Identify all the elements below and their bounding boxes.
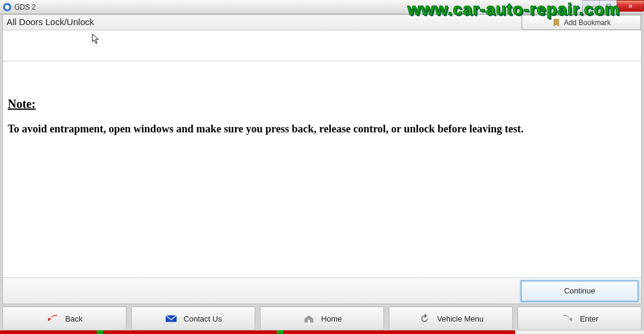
vehicle-menu-label: Vehicle Menu [437,314,484,323]
back-button[interactable]: Back [2,307,126,330]
window-title: GDS 2 [14,3,36,11]
continue-row: Continue [3,277,641,304]
home-icon [302,313,315,324]
continue-button[interactable]: Continue [521,280,639,302]
maximize-button[interactable]: ☐ [599,0,617,12]
window-controls: — ☐ ✕ [583,0,644,12]
mail-icon [165,313,178,324]
spacer-strip [3,30,641,61]
add-bookmark-button[interactable]: Add Bookmark [522,15,641,30]
add-bookmark-label: Add Bookmark [564,18,611,27]
status-strip [0,330,644,334]
home-button[interactable]: Home [260,307,384,330]
close-button[interactable]: ✕ [617,0,644,12]
contact-label: Contact Us [184,314,222,323]
contact-us-button[interactable]: Contact Us [131,307,255,330]
body-text: Note: To avoid entrapment, open windows … [3,61,641,140]
titlebar: GDS 2 — ☐ ✕ [0,0,644,14]
note-body: To avoid entrapment, open windows and ma… [8,123,636,135]
back-label: Back [66,314,83,323]
enter-label: Enter [580,314,598,323]
forward-arrow-icon [561,313,574,324]
back-arrow-icon [47,313,60,324]
refresh-icon [418,313,431,324]
home-label: Home [321,314,342,323]
content-area: All Doors Lock/Unlock Add Bookmark Note:… [2,14,642,304]
enter-button[interactable]: Enter [518,307,642,330]
bottom-toolbar: Back Contact Us Home Vehicle Menu Enter [2,307,642,330]
svg-point-1 [5,5,10,9]
header-row: All Doors Lock/Unlock Add Bookmark [3,15,641,30]
minimize-button[interactable]: — [582,0,600,12]
note-heading: Note: [8,97,636,111]
vehicle-menu-button[interactable]: Vehicle Menu [389,307,513,330]
app-icon [2,2,12,12]
page-title: All Doors Lock/Unlock [3,15,522,30]
bookmark-icon [552,18,561,27]
